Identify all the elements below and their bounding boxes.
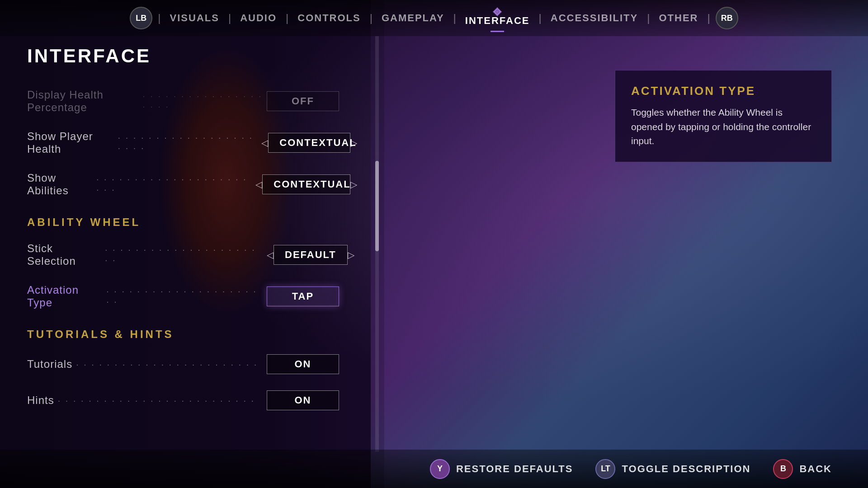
info-panel: ACTIVATION TYPE Toggles whether the Abil… bbox=[615, 70, 832, 162]
y-button[interactable]: Y bbox=[430, 459, 450, 479]
b-button[interactable]: B bbox=[773, 459, 793, 479]
value-stick-selection: DEFAULT bbox=[274, 245, 348, 265]
nav-item-audio[interactable]: AUDIO bbox=[233, 9, 284, 28]
interface-diamond-icon bbox=[492, 7, 502, 17]
setting-label-stick-selection: Stick Selection · · · · · · · · · · · · … bbox=[27, 242, 267, 267]
toggle-description-label: TOGGLE DESCRIPTION bbox=[622, 463, 750, 475]
page-title: INTERFACE bbox=[27, 45, 357, 67]
nav-separator-4: | bbox=[370, 12, 373, 24]
setting-label-display-health: Display Health Percentage · · · · · · · … bbox=[27, 89, 267, 114]
value-show-player-health: CONTEXTUAL bbox=[268, 133, 350, 153]
value-tutorials: ON bbox=[267, 354, 339, 374]
value-control-stick-selection[interactable]: ◁ DEFAULT ▷ bbox=[267, 245, 357, 265]
setting-label-tutorials: Tutorials · · · · · · · · · · · · · · · … bbox=[27, 358, 261, 371]
setting-label-show-abilities: Show Abilities · · · · · · · · · · · · ·… bbox=[27, 172, 255, 197]
setting-row-tutorials[interactable]: Tutorials · · · · · · · · · · · · · · · … bbox=[27, 346, 357, 382]
value-control-activation-type[interactable]: TAP bbox=[267, 286, 357, 306]
setting-row-display-health[interactable]: Display Health Percentage · · · · · · · … bbox=[27, 80, 357, 122]
restore-defaults-action[interactable]: Y RESTORE DEFAULTS bbox=[430, 459, 573, 479]
lt-button[interactable]: LT bbox=[595, 459, 615, 479]
bottom-bar: Y RESTORE DEFAULTS LT TOGGLE DESCRIPTION… bbox=[0, 450, 868, 488]
nav-item-controls[interactable]: CONTROLS bbox=[290, 9, 368, 28]
value-control-show-player-health[interactable]: ◁ CONTEXTUAL ▷ bbox=[261, 133, 357, 153]
nav-item-visuals[interactable]: VISUALS bbox=[163, 9, 226, 28]
info-panel-description: Toggles whether the Ability Wheel is ope… bbox=[631, 105, 816, 148]
setting-row-stick-selection[interactable]: Stick Selection · · · · · · · · · · · · … bbox=[27, 234, 357, 276]
info-panel-title: ACTIVATION TYPE bbox=[631, 84, 816, 98]
dots-hints: · · · · · · · · · · · · · · · · · · · · … bbox=[58, 395, 255, 406]
top-navigation: LB | VISUALS | AUDIO | CONTROLS | GAMEPL… bbox=[0, 0, 868, 36]
section-header-tutorials-hints: TUTORIALS & HINTS bbox=[27, 317, 357, 346]
nav-separator-7: | bbox=[647, 12, 650, 24]
scroll-thumb bbox=[375, 161, 379, 251]
nav-separator-5: | bbox=[453, 12, 456, 24]
nav-item-other[interactable]: OTHER bbox=[651, 9, 705, 28]
nav-separator-2: | bbox=[228, 12, 231, 24]
dots-tutorials: · · · · · · · · · · · · · · · · · · · · … bbox=[76, 359, 258, 370]
setting-row-activation-type[interactable]: Activation Type · · · · · · · · · · · · … bbox=[27, 276, 357, 317]
value-control-hints[interactable]: ON bbox=[267, 390, 357, 410]
nav-item-gameplay[interactable]: GAMEPLAY bbox=[374, 9, 452, 28]
setting-label-show-player-health: Show Player Health · · · · · · · · · · ·… bbox=[27, 130, 261, 155]
dots-stick-selection: · · · · · · · · · · · · · · · · · · · · … bbox=[105, 244, 263, 265]
value-display-health: OFF bbox=[267, 91, 339, 111]
value-control-show-abilities[interactable]: ◁ CONTEXTUAL ▷ bbox=[255, 174, 357, 194]
arrow-left-show-player-health[interactable]: ◁ bbox=[261, 137, 268, 148]
rb-button[interactable]: RB bbox=[716, 7, 738, 29]
value-control-display-health: OFF bbox=[267, 91, 357, 111]
setting-row-show-player-health[interactable]: Show Player Health · · · · · · · · · · ·… bbox=[27, 122, 357, 164]
nav-separator-3: | bbox=[286, 12, 288, 24]
back-action[interactable]: B BACK bbox=[773, 459, 832, 479]
toggle-description-action[interactable]: LT TOGGLE DESCRIPTION bbox=[595, 459, 750, 479]
nav-item-accessibility[interactable]: ACCESSIBILITY bbox=[543, 9, 645, 28]
settings-content: INTERFACE Display Health Percentage · · … bbox=[0, 36, 384, 488]
arrow-left-show-abilities[interactable]: ◁ bbox=[255, 179, 262, 190]
restore-defaults-label: RESTORE DEFAULTS bbox=[456, 463, 573, 475]
setting-label-hints: Hints · · · · · · · · · · · · · · · · · … bbox=[27, 394, 259, 407]
dots-show-abilities: · · · · · · · · · · · · · · · · · · · · … bbox=[96, 174, 252, 195]
lb-button[interactable]: LB bbox=[130, 7, 152, 29]
nav-separator-8: | bbox=[707, 12, 710, 24]
arrow-right-stick-selection[interactable]: ▷ bbox=[348, 249, 354, 260]
nav-separator-6: | bbox=[539, 12, 542, 24]
nav-item-interface[interactable]: INTERFACE bbox=[458, 6, 537, 30]
arrow-right-show-abilities[interactable]: ▷ bbox=[350, 179, 357, 190]
value-activation-type: TAP bbox=[267, 286, 339, 306]
scrollbar[interactable] bbox=[375, 36, 379, 452]
nav-separator-1: | bbox=[158, 12, 160, 24]
dots-show-player-health: · · · · · · · · · · · · · · · · · · · · … bbox=[118, 132, 258, 153]
value-show-abilities: CONTEXTUAL bbox=[262, 174, 350, 194]
setting-row-show-abilities[interactable]: Show Abilities · · · · · · · · · · · · ·… bbox=[27, 164, 357, 205]
setting-label-activation-type: Activation Type · · · · · · · · · · · · … bbox=[27, 284, 267, 309]
dots-activation-type: · · · · · · · · · · · · · · · · · · · · … bbox=[106, 286, 263, 307]
arrow-left-stick-selection[interactable]: ◁ bbox=[267, 249, 274, 260]
setting-row-hints[interactable]: Hints · · · · · · · · · · · · · · · · · … bbox=[27, 382, 357, 418]
value-hints: ON bbox=[267, 390, 339, 410]
dots-display-health: · · · · · · · · · · · · · · · · · · · · bbox=[142, 91, 263, 112]
back-label: BACK bbox=[799, 463, 832, 475]
section-header-ability-wheel: ABILITY WHEEL bbox=[27, 205, 357, 234]
value-control-tutorials[interactable]: ON bbox=[267, 354, 357, 374]
